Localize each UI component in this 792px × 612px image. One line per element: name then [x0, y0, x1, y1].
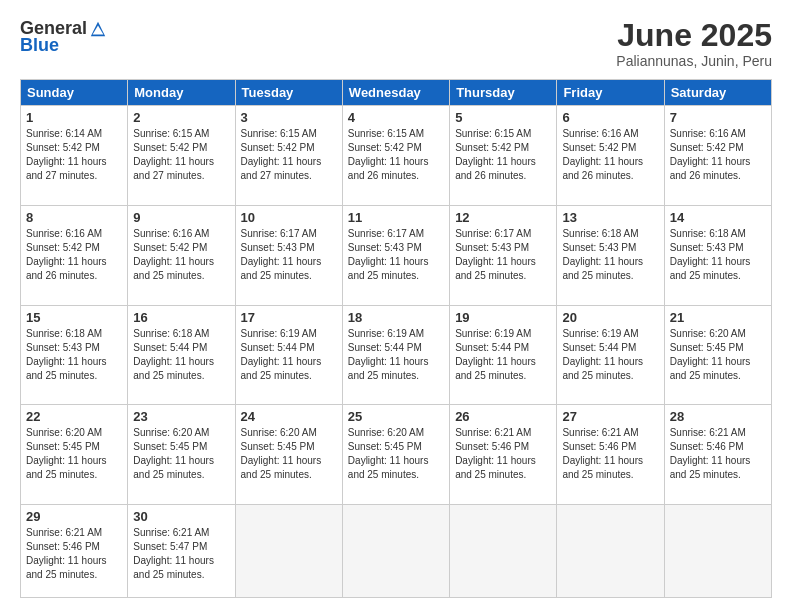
- table-row: 26Sunrise: 6:21 AM Sunset: 5:46 PM Dayli…: [450, 405, 557, 505]
- table-row: 22Sunrise: 6:20 AM Sunset: 5:45 PM Dayli…: [21, 405, 128, 505]
- table-row: [235, 505, 342, 598]
- day-info: Sunrise: 6:16 AM Sunset: 5:42 PM Dayligh…: [670, 127, 766, 183]
- header: General Blue June 2025 Paliannunas, Juni…: [20, 18, 772, 69]
- table-row: 30Sunrise: 6:21 AM Sunset: 5:47 PM Dayli…: [128, 505, 235, 598]
- day-info: Sunrise: 6:20 AM Sunset: 5:45 PM Dayligh…: [133, 426, 229, 482]
- table-row: 6Sunrise: 6:16 AM Sunset: 5:42 PM Daylig…: [557, 106, 664, 206]
- day-number: 17: [241, 310, 337, 325]
- table-row: 19Sunrise: 6:19 AM Sunset: 5:44 PM Dayli…: [450, 305, 557, 405]
- day-info: Sunrise: 6:15 AM Sunset: 5:42 PM Dayligh…: [455, 127, 551, 183]
- day-info: Sunrise: 6:17 AM Sunset: 5:43 PM Dayligh…: [241, 227, 337, 283]
- day-number: 14: [670, 210, 766, 225]
- day-info: Sunrise: 6:19 AM Sunset: 5:44 PM Dayligh…: [241, 327, 337, 383]
- day-number: 22: [26, 409, 122, 424]
- col-tuesday: Tuesday: [235, 80, 342, 106]
- table-row: [342, 505, 449, 598]
- header-row: Sunday Monday Tuesday Wednesday Thursday…: [21, 80, 772, 106]
- day-info: Sunrise: 6:18 AM Sunset: 5:44 PM Dayligh…: [133, 327, 229, 383]
- day-info: Sunrise: 6:21 AM Sunset: 5:46 PM Dayligh…: [670, 426, 766, 482]
- day-info: Sunrise: 6:18 AM Sunset: 5:43 PM Dayligh…: [562, 227, 658, 283]
- day-number: 10: [241, 210, 337, 225]
- table-row: 7Sunrise: 6:16 AM Sunset: 5:42 PM Daylig…: [664, 106, 771, 206]
- day-info: Sunrise: 6:16 AM Sunset: 5:42 PM Dayligh…: [133, 227, 229, 283]
- day-number: 19: [455, 310, 551, 325]
- day-number: 2: [133, 110, 229, 125]
- logo-blue: Blue: [20, 35, 59, 56]
- day-number: 26: [455, 409, 551, 424]
- day-number: 4: [348, 110, 444, 125]
- col-wednesday: Wednesday: [342, 80, 449, 106]
- table-row: 16Sunrise: 6:18 AM Sunset: 5:44 PM Dayli…: [128, 305, 235, 405]
- table-row: 28Sunrise: 6:21 AM Sunset: 5:46 PM Dayli…: [664, 405, 771, 505]
- day-info: Sunrise: 6:20 AM Sunset: 5:45 PM Dayligh…: [670, 327, 766, 383]
- day-number: 6: [562, 110, 658, 125]
- day-number: 13: [562, 210, 658, 225]
- table-row: 4Sunrise: 6:15 AM Sunset: 5:42 PM Daylig…: [342, 106, 449, 206]
- day-number: 7: [670, 110, 766, 125]
- day-number: 20: [562, 310, 658, 325]
- table-row: 2Sunrise: 6:15 AM Sunset: 5:42 PM Daylig…: [128, 106, 235, 206]
- col-saturday: Saturday: [664, 80, 771, 106]
- table-row: [664, 505, 771, 598]
- logo-icon: [89, 20, 107, 38]
- day-info: Sunrise: 6:16 AM Sunset: 5:42 PM Dayligh…: [26, 227, 122, 283]
- day-number: 9: [133, 210, 229, 225]
- day-number: 18: [348, 310, 444, 325]
- day-number: 15: [26, 310, 122, 325]
- day-info: Sunrise: 6:18 AM Sunset: 5:43 PM Dayligh…: [670, 227, 766, 283]
- day-info: Sunrise: 6:16 AM Sunset: 5:42 PM Dayligh…: [562, 127, 658, 183]
- table-row: 27Sunrise: 6:21 AM Sunset: 5:46 PM Dayli…: [557, 405, 664, 505]
- col-friday: Friday: [557, 80, 664, 106]
- day-info: Sunrise: 6:21 AM Sunset: 5:46 PM Dayligh…: [455, 426, 551, 482]
- table-row: 15Sunrise: 6:18 AM Sunset: 5:43 PM Dayli…: [21, 305, 128, 405]
- day-info: Sunrise: 6:17 AM Sunset: 5:43 PM Dayligh…: [455, 227, 551, 283]
- table-row: 24Sunrise: 6:20 AM Sunset: 5:45 PM Dayli…: [235, 405, 342, 505]
- table-row: 17Sunrise: 6:19 AM Sunset: 5:44 PM Dayli…: [235, 305, 342, 405]
- table-row: 14Sunrise: 6:18 AM Sunset: 5:43 PM Dayli…: [664, 205, 771, 305]
- calendar-table: Sunday Monday Tuesday Wednesday Thursday…: [20, 79, 772, 598]
- location-subtitle: Paliannunas, Junin, Peru: [616, 53, 772, 69]
- day-info: Sunrise: 6:21 AM Sunset: 5:46 PM Dayligh…: [26, 526, 122, 582]
- month-title: June 2025: [616, 18, 772, 53]
- table-row: 18Sunrise: 6:19 AM Sunset: 5:44 PM Dayli…: [342, 305, 449, 405]
- table-row: 3Sunrise: 6:15 AM Sunset: 5:42 PM Daylig…: [235, 106, 342, 206]
- table-row: 10Sunrise: 6:17 AM Sunset: 5:43 PM Dayli…: [235, 205, 342, 305]
- day-number: 8: [26, 210, 122, 225]
- col-monday: Monday: [128, 80, 235, 106]
- day-number: 27: [562, 409, 658, 424]
- day-number: 3: [241, 110, 337, 125]
- day-info: Sunrise: 6:15 AM Sunset: 5:42 PM Dayligh…: [241, 127, 337, 183]
- day-info: Sunrise: 6:20 AM Sunset: 5:45 PM Dayligh…: [26, 426, 122, 482]
- day-number: 12: [455, 210, 551, 225]
- day-info: Sunrise: 6:21 AM Sunset: 5:47 PM Dayligh…: [133, 526, 229, 582]
- logo: General Blue: [20, 18, 107, 56]
- table-row: [557, 505, 664, 598]
- table-row: 20Sunrise: 6:19 AM Sunset: 5:44 PM Dayli…: [557, 305, 664, 405]
- table-row: 23Sunrise: 6:20 AM Sunset: 5:45 PM Dayli…: [128, 405, 235, 505]
- table-row: 21Sunrise: 6:20 AM Sunset: 5:45 PM Dayli…: [664, 305, 771, 405]
- col-thursday: Thursday: [450, 80, 557, 106]
- day-info: Sunrise: 6:15 AM Sunset: 5:42 PM Dayligh…: [348, 127, 444, 183]
- day-number: 30: [133, 509, 229, 524]
- day-info: Sunrise: 6:21 AM Sunset: 5:46 PM Dayligh…: [562, 426, 658, 482]
- table-row: [450, 505, 557, 598]
- table-row: 5Sunrise: 6:15 AM Sunset: 5:42 PM Daylig…: [450, 106, 557, 206]
- day-info: Sunrise: 6:20 AM Sunset: 5:45 PM Dayligh…: [241, 426, 337, 482]
- day-info: Sunrise: 6:17 AM Sunset: 5:43 PM Dayligh…: [348, 227, 444, 283]
- day-number: 11: [348, 210, 444, 225]
- day-info: Sunrise: 6:18 AM Sunset: 5:43 PM Dayligh…: [26, 327, 122, 383]
- day-info: Sunrise: 6:20 AM Sunset: 5:45 PM Dayligh…: [348, 426, 444, 482]
- title-section: June 2025 Paliannunas, Junin, Peru: [616, 18, 772, 69]
- day-number: 24: [241, 409, 337, 424]
- day-info: Sunrise: 6:14 AM Sunset: 5:42 PM Dayligh…: [26, 127, 122, 183]
- table-row: 8Sunrise: 6:16 AM Sunset: 5:42 PM Daylig…: [21, 205, 128, 305]
- day-number: 25: [348, 409, 444, 424]
- col-sunday: Sunday: [21, 80, 128, 106]
- day-number: 29: [26, 509, 122, 524]
- day-number: 28: [670, 409, 766, 424]
- day-info: Sunrise: 6:19 AM Sunset: 5:44 PM Dayligh…: [562, 327, 658, 383]
- table-row: 9Sunrise: 6:16 AM Sunset: 5:42 PM Daylig…: [128, 205, 235, 305]
- day-number: 21: [670, 310, 766, 325]
- day-info: Sunrise: 6:15 AM Sunset: 5:42 PM Dayligh…: [133, 127, 229, 183]
- day-info: Sunrise: 6:19 AM Sunset: 5:44 PM Dayligh…: [455, 327, 551, 383]
